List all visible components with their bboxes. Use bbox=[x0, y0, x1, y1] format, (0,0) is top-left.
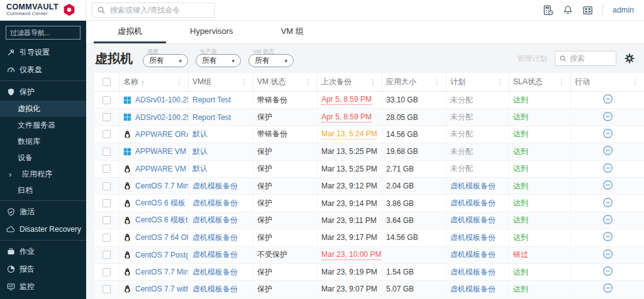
tab-hypervisors[interactable]: Hypervisors bbox=[166, 21, 257, 43]
plan-link[interactable]: 虚机模板备份 bbox=[450, 232, 496, 243]
column-menu-icon[interactable]: ⋮ bbox=[630, 78, 640, 87]
vm-group-link[interactable]: 虚机模板备份 bbox=[192, 181, 238, 192]
column-menu-icon[interactable]: ⋮ bbox=[174, 78, 184, 87]
remove-action-button[interactable] bbox=[602, 266, 613, 278]
column-menu-icon[interactable]: ⋮ bbox=[495, 78, 505, 87]
vm-group-link[interactable]: 默认 bbox=[192, 146, 208, 157]
sidebar-item-protect[interactable]: 保护 bbox=[0, 83, 86, 101]
vm-name-link[interactable]: CentOS 7.7 Min 0... bbox=[135, 268, 189, 276]
job-monitor-icon[interactable] bbox=[543, 5, 553, 16]
user-menu[interactable]: admin bbox=[613, 6, 634, 14]
row-checkbox[interactable] bbox=[103, 285, 111, 293]
row-checkbox[interactable] bbox=[103, 165, 111, 173]
sidebar-item-monitoring[interactable]: 监控 bbox=[0, 278, 86, 295]
vm-name-link[interactable]: APPWARE VM M... bbox=[135, 147, 189, 156]
row-checkbox[interactable] bbox=[103, 216, 111, 224]
vm-group-link[interactable]: 虚机模板备份 bbox=[192, 267, 238, 278]
vm-group-link[interactable]: Report Test bbox=[192, 113, 231, 122]
vm-name-link[interactable]: APPWARE VM M... bbox=[135, 165, 189, 173]
row-checkbox[interactable] bbox=[103, 199, 111, 207]
filter-view-dropdown[interactable]: 所有▾ bbox=[143, 54, 188, 67]
sidebar-item-activate[interactable]: 激活 bbox=[0, 203, 86, 220]
remove-action-button[interactable] bbox=[602, 180, 613, 192]
vm-name-link[interactable]: ADSrv02-100.252 bbox=[135, 113, 189, 122]
remove-action-button[interactable] bbox=[602, 231, 613, 244]
sidebar-item-archive[interactable]: 归档 bbox=[0, 182, 86, 198]
vm-group-link[interactable]: 默认 bbox=[192, 163, 208, 174]
last-backup-time: Mar 13, 5:24 PM bbox=[321, 129, 377, 139]
sidebar-item-dashboard[interactable]: 仪表盘 bbox=[0, 61, 86, 79]
filter-vm-status[interactable]: VM 状态所有▾ bbox=[248, 54, 294, 67]
sidebar-item-databases[interactable]: 数据库 bbox=[0, 133, 86, 150]
column-menu-icon[interactable]: ⋮ bbox=[239, 78, 249, 87]
vm-name-link[interactable]: CentOS 7 Postgre... bbox=[135, 251, 189, 259]
tab-vm-groups[interactable]: VM 组 bbox=[257, 21, 328, 43]
row-checkbox[interactable] bbox=[103, 268, 111, 276]
plan-link[interactable]: 虚机模板备份 bbox=[450, 284, 496, 295]
vm-name-link[interactable]: APPWARE ORACL... bbox=[135, 130, 189, 139]
remove-action-button[interactable] bbox=[602, 128, 613, 141]
sidebar-filter-input[interactable] bbox=[6, 26, 80, 40]
column-menu-icon[interactable]: ⋮ bbox=[432, 78, 442, 87]
notifications-bell-icon[interactable] bbox=[563, 5, 573, 15]
vm-name-link[interactable]: CentOS 7 64 ORA... bbox=[135, 233, 189, 242]
vm-group-link[interactable]: 虚机模板备份 bbox=[192, 284, 238, 295]
plan-link[interactable]: 虚机模板备份 bbox=[450, 198, 496, 209]
column-menu-icon[interactable]: ⋮ bbox=[303, 78, 313, 87]
table-settings-gear-icon[interactable] bbox=[624, 53, 635, 64]
filter-vm-status-dropdown[interactable]: 所有▾ bbox=[248, 54, 294, 67]
sidebar-item-reports[interactable]: 报告 bbox=[0, 260, 86, 278]
global-search[interactable] bbox=[92, 3, 215, 18]
remove-action-button[interactable] bbox=[602, 94, 613, 106]
plan-link[interactable]: 虚机模板备份 bbox=[450, 267, 496, 278]
vm-group-link[interactable]: 虚机模板备份 bbox=[192, 232, 238, 243]
vm-group-link[interactable]: 虚机模板备份 bbox=[192, 198, 238, 209]
vm-name-link[interactable]: ADSrv01-100.251 bbox=[135, 95, 189, 104]
vm-name-link[interactable]: CentOS 7.7 with D... bbox=[135, 285, 189, 293]
remove-action-button[interactable] bbox=[602, 163, 613, 175]
sidebar-item-virtualization[interactable]: 虚拟化 bbox=[0, 101, 86, 117]
plan-link[interactable]: 虚机模板备份 bbox=[450, 215, 496, 226]
row-checkbox[interactable] bbox=[103, 148, 111, 156]
vm-group-link[interactable]: 默认 bbox=[192, 129, 208, 139]
sidebar-item-applications[interactable]: ›应用程序 bbox=[0, 166, 86, 182]
row-checkbox[interactable] bbox=[103, 113, 111, 121]
row-checkbox[interactable] bbox=[103, 251, 111, 259]
plan-link[interactable]: 虚机模板备份 bbox=[450, 181, 496, 192]
vm-group-link[interactable]: Report Test bbox=[192, 95, 231, 104]
vm-group-link[interactable]: 虚机模板备份 bbox=[192, 249, 238, 260]
sidebar-item-jobs[interactable]: 作业 bbox=[0, 242, 86, 260]
filter-vendor[interactable]: 生产商所有▾ bbox=[196, 54, 241, 67]
remove-action-button[interactable] bbox=[602, 214, 613, 227]
tab-virtual-machines[interactable]: 虚拟机 bbox=[94, 21, 166, 43]
row-checkbox[interactable] bbox=[103, 130, 111, 138]
sidebar-item-guided-setup[interactable]: 引导设置 bbox=[0, 43, 86, 61]
table-search-input[interactable] bbox=[570, 54, 608, 63]
select-all-checkbox[interactable] bbox=[103, 78, 111, 86]
plan-link[interactable]: 虚机模板备份 bbox=[450, 249, 496, 260]
sidebar-item-devices[interactable]: 设备 bbox=[0, 150, 86, 166]
filter-vendor-dropdown[interactable]: 所有▾ bbox=[196, 54, 241, 67]
remove-action-button[interactable] bbox=[602, 197, 613, 210]
apps-grid-icon[interactable] bbox=[582, 5, 593, 16]
vm-name-link[interactable]: CentOS 7.7 Min 0... bbox=[135, 182, 189, 190]
table-search[interactable] bbox=[555, 51, 616, 66]
filter-view[interactable]: 视图所有▾ bbox=[143, 54, 188, 67]
manage-plans-button[interactable]: 管理计划 bbox=[517, 53, 547, 64]
sidebar-item-disaster-recovery[interactable]: Disaster Recovery bbox=[0, 220, 86, 238]
row-checkbox[interactable] bbox=[103, 234, 111, 242]
vm-name-link[interactable]: CentOS 6 模板test bbox=[135, 215, 189, 226]
remove-action-button[interactable] bbox=[602, 145, 613, 158]
column-menu-icon[interactable]: ⋮ bbox=[368, 78, 378, 87]
remove-action-button[interactable] bbox=[602, 283, 613, 295]
row-checkbox-cell bbox=[94, 161, 119, 177]
remove-action-button[interactable] bbox=[602, 249, 613, 261]
vm-name-link[interactable]: CentOS 6 模板 bbox=[135, 198, 186, 209]
column-menu-icon[interactable]: ⋮ bbox=[557, 78, 567, 87]
row-checkbox[interactable] bbox=[103, 96, 111, 104]
vm-group-link[interactable]: 虚机模板备份 bbox=[192, 215, 238, 226]
global-search-input[interactable] bbox=[110, 6, 210, 14]
remove-action-button[interactable] bbox=[602, 111, 613, 124]
sidebar-item-file-servers[interactable]: 文件服务器 bbox=[0, 117, 86, 133]
row-checkbox[interactable] bbox=[103, 182, 111, 190]
